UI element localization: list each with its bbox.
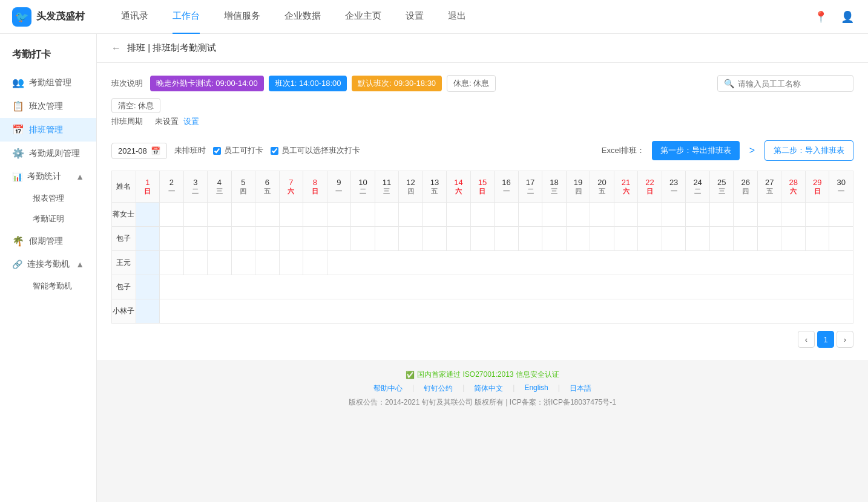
cell-1-15[interactable] <box>470 203 495 227</box>
nav-item-homepage[interactable]: 企业主页 <box>345 0 381 34</box>
checkbox-choose-shift[interactable]: 员工可以选择班次打卡 <box>271 145 360 156</box>
day-23[interactable]: 23一 <box>662 171 686 203</box>
cell-1-23[interactable] <box>662 203 686 227</box>
sidebar-item-vacation[interactable]: 🌴 假期管理 <box>0 229 96 253</box>
cell-2-26[interactable] <box>734 227 758 251</box>
choose-shift-checkbox[interactable] <box>271 147 278 155</box>
day-22[interactable]: 22日 <box>638 171 662 203</box>
prev-page-btn[interactable]: ‹ <box>798 331 815 348</box>
cell-2-18[interactable] <box>542 227 567 251</box>
day-25[interactable]: 25三 <box>709 171 734 203</box>
cell-1-21[interactable] <box>614 203 638 227</box>
day-20[interactable]: 20五 <box>590 171 614 203</box>
nav-item-settings[interactable]: 设置 <box>406 0 424 34</box>
cell-1-16[interactable] <box>495 203 519 227</box>
cell-5-1[interactable] <box>136 299 160 324</box>
cell-2-28[interactable] <box>781 227 806 251</box>
shift-tag-rest[interactable]: 休息: 休息 <box>447 75 496 92</box>
day-10[interactable]: 10二 <box>351 171 375 203</box>
cell-2-16[interactable] <box>495 227 519 251</box>
footer-lang-cn[interactable]: 简体中文 <box>474 383 503 394</box>
day-26[interactable]: 26四 <box>734 171 758 203</box>
cell-2-4[interactable] <box>208 227 232 251</box>
cell-2-27[interactable] <box>757 227 781 251</box>
nav-item-workbench[interactable]: 工作台 <box>173 0 200 34</box>
set-period-link[interactable]: 设置 <box>183 116 199 127</box>
cell-2-21[interactable] <box>614 227 638 251</box>
shift-tag-2[interactable]: 班次1: 14:00-18:00 <box>269 76 347 91</box>
cell-2-3[interactable] <box>183 227 208 251</box>
sidebar-item-schedule[interactable]: 📅 排班管理 <box>0 118 96 142</box>
cell-1-2[interactable] <box>160 203 184 227</box>
sidebar-item-stats[interactable]: 📊 考勤统计 ▲ <box>0 165 96 188</box>
export-btn[interactable]: 第一步：导出排班表 <box>652 141 740 160</box>
day-15[interactable]: 15日 <box>470 171 495 203</box>
next-page-btn[interactable]: › <box>837 331 853 348</box>
cell-2-24[interactable] <box>686 227 710 251</box>
cell-3-1[interactable] <box>136 251 160 275</box>
day-16[interactable]: 16一 <box>495 171 519 203</box>
day-18[interactable]: 18三 <box>542 171 567 203</box>
sidebar-item-rules[interactable]: ⚙️ 考勤规则管理 <box>0 142 96 165</box>
day-27[interactable]: 27五 <box>757 171 781 203</box>
nav-item-services[interactable]: 增值服务 <box>224 0 260 34</box>
cell-1-3[interactable] <box>183 203 208 227</box>
cell-2-17[interactable] <box>518 227 542 251</box>
location-icon[interactable]: 📍 <box>812 8 829 25</box>
shift-tag-1[interactable]: 晚走外勤卡测试: 09:00-14:00 <box>150 76 264 91</box>
footer-lang-en[interactable]: English <box>524 383 548 394</box>
cell-2-19[interactable] <box>566 227 590 251</box>
cell-1-12[interactable] <box>399 203 423 227</box>
punchable-checkbox[interactable] <box>213 147 221 155</box>
nav-item-contacts[interactable]: 通讯录 <box>121 0 148 34</box>
cell-2-20[interactable] <box>590 227 614 251</box>
day-12[interactable]: 12四 <box>399 171 423 203</box>
sidebar-item-machine[interactable]: 🔗 连接考勤机 ▲ <box>0 253 96 276</box>
shift-tag-3[interactable]: 默认班次: 09:30-18:30 <box>352 76 442 91</box>
cell-1-29[interactable] <box>805 203 829 227</box>
footer-lang-jp[interactable]: 日本語 <box>570 383 591 394</box>
cell-1-4[interactable] <box>208 203 232 227</box>
cell-3-3[interactable] <box>183 251 208 275</box>
day-28[interactable]: 28六 <box>781 171 806 203</box>
import-btn[interactable]: 第二步：导入排班表 <box>764 140 853 161</box>
day-29[interactable]: 29日 <box>805 171 829 203</box>
day-9[interactable]: 9一 <box>327 171 351 203</box>
clear-tag[interactable]: 清空: 休息 <box>111 98 160 113</box>
cell-1-17[interactable] <box>518 203 542 227</box>
cell-2-11[interactable] <box>375 227 399 251</box>
cell-2-12[interactable] <box>399 227 423 251</box>
cell-1-26[interactable] <box>734 203 758 227</box>
sidebar-item-attendance-group[interactable]: 👥 考勤组管理 <box>0 71 96 94</box>
day-1[interactable]: 1日 <box>136 171 160 203</box>
cell-2-8[interactable] <box>303 227 327 251</box>
current-page-btn[interactable]: 1 <box>817 331 834 348</box>
day-7[interactable]: 7六 <box>279 171 303 203</box>
cell-2-22[interactable] <box>638 227 662 251</box>
cell-1-6[interactable] <box>255 203 280 227</box>
cell-1-20[interactable] <box>590 203 614 227</box>
day-21[interactable]: 21六 <box>614 171 638 203</box>
cell-2-10[interactable] <box>351 227 375 251</box>
cell-1-25[interactable] <box>709 203 734 227</box>
sidebar-item-smart-machine[interactable]: 智能考勤机 <box>27 276 96 296</box>
cell-2-25[interactable] <box>709 227 734 251</box>
cell-3-7[interactable] <box>279 251 303 275</box>
cell-2-13[interactable] <box>422 227 447 251</box>
cell-1-30[interactable] <box>829 203 853 227</box>
cell-1-22[interactable] <box>638 203 662 227</box>
cell-2-29[interactable] <box>805 227 829 251</box>
cell-2-2[interactable] <box>160 227 184 251</box>
cell-1-10[interactable] <box>351 203 375 227</box>
search-input[interactable] <box>738 79 847 88</box>
footer-agreement[interactable]: 钉钉公约 <box>424 383 453 394</box>
cell-2-30[interactable] <box>829 227 853 251</box>
sidebar-item-reports[interactable]: 报表管理 <box>27 188 96 209</box>
cell-1-24[interactable] <box>686 203 710 227</box>
day-5[interactable]: 5四 <box>231 171 255 203</box>
back-button[interactable]: ← <box>111 43 121 54</box>
cell-1-5[interactable] <box>231 203 255 227</box>
day-11[interactable]: 11三 <box>375 171 399 203</box>
sidebar-item-proof[interactable]: 考勤证明 <box>27 209 96 229</box>
cell-2-9[interactable] <box>327 227 351 251</box>
